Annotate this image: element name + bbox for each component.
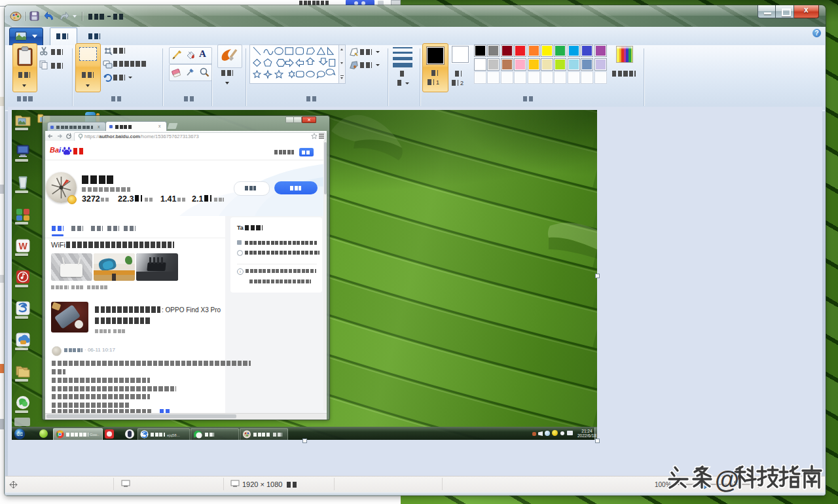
svg-text:@: @ [715,466,739,494]
svg-text:W: W [18,241,27,251]
